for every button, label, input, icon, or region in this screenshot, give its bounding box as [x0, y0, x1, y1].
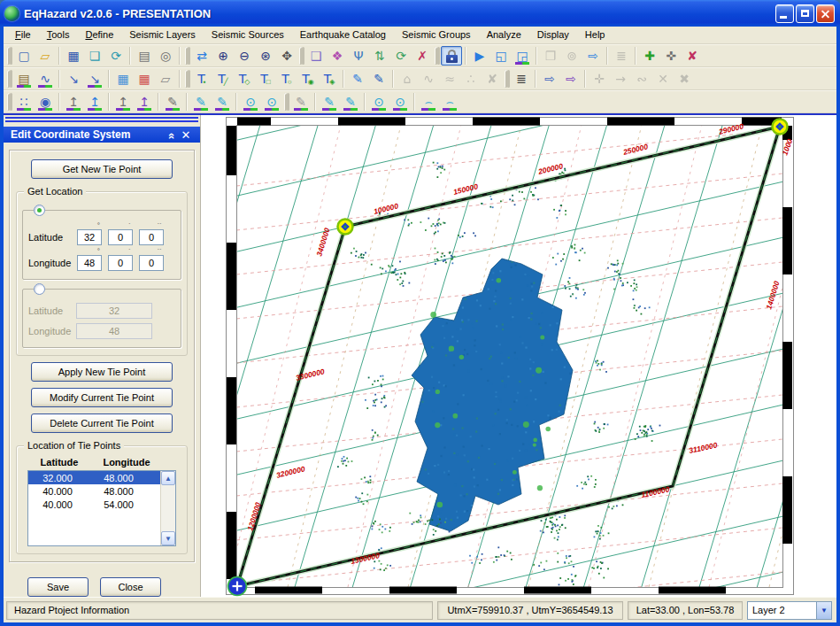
latitude-sec-field[interactable] [139, 229, 164, 245]
annotate-view-a-button[interactable]: ⊙ [240, 92, 261, 112]
modify-current-tie-point-button[interactable]: Modify Current Tie Point [31, 388, 173, 407]
get-new-tie-point-button[interactable]: Get New Tie Point [31, 159, 173, 179]
label-ellipse-tool-button[interactable]: T○ [276, 69, 297, 89]
toolbar-grip[interactable] [185, 70, 188, 88]
publish-report-button[interactable]: ↥ [112, 92, 134, 112]
menu-item-tools[interactable]: Tools [39, 27, 78, 43]
toolbar-grip[interactable] [435, 47, 437, 65]
tie-point-row[interactable]: 40.00054.000 [28, 498, 160, 511]
grid-mesh-points-button[interactable]: ▦ [134, 69, 155, 89]
maximize-button[interactable] [796, 4, 814, 23]
longitude-deg-field[interactable] [77, 255, 102, 271]
annotate-report-alt-button[interactable]: ✎ [290, 92, 312, 112]
toolbar-grip[interactable] [7, 70, 10, 88]
save-button[interactable]: Save [27, 577, 89, 597]
update-layers-button[interactable]: ⟳ [390, 46, 412, 66]
annotate-curve-b-button[interactable]: ✎ [212, 92, 233, 112]
zoom-extent-button[interactable]: ⊛ [255, 46, 276, 66]
event-list-view-button[interactable]: ◉ [35, 92, 56, 112]
menu-item-analyze[interactable]: Analyze [479, 27, 529, 43]
move-source-points-button[interactable]: → [610, 69, 631, 89]
menu-item-display[interactable]: Display [529, 27, 577, 43]
export-map-view-button[interactable]: ↥ [84, 92, 105, 112]
longitude-sec-field[interactable] [139, 255, 164, 271]
publish-map-view-button[interactable]: ↥ [134, 92, 155, 112]
scrollbar[interactable] [160, 471, 175, 545]
reload-layer-button[interactable]: ⟳ [105, 46, 127, 66]
digitize-polyline-button[interactable]: ✎ [368, 69, 389, 89]
toolbar-grip[interactable] [299, 47, 302, 65]
peak-curve-b-button[interactable]: ⌢ [439, 92, 460, 112]
map-area[interactable]: 1000001500002000002500002900001000340000… [201, 115, 836, 597]
toolbar-grip[interactable] [7, 93, 10, 111]
tie-point-marker[interactable] [338, 220, 353, 235]
menu-item-define[interactable]: Define [77, 27, 121, 43]
collapse-panel-icon[interactable]: « [166, 128, 179, 142]
source-legend-button[interactable]: ≣ [511, 69, 532, 89]
print-preview-button[interactable]: ◎ [155, 46, 176, 66]
lock-coordinates-button[interactable] [441, 46, 462, 66]
menu-item-seismic-layers[interactable]: Seismic Layers [121, 27, 204, 43]
scroll-down-icon[interactable] [161, 531, 175, 545]
split-sources-button[interactable]: ✕ [652, 69, 674, 89]
export-sources-button[interactable]: ⇨ [582, 46, 604, 66]
menu-item-help[interactable]: Help [577, 27, 613, 43]
pan-button[interactable]: ✥ [276, 46, 297, 66]
label-polygon-tool-button[interactable]: T◇ [234, 69, 255, 89]
label-rectangle-tool-button[interactable]: T□ [255, 69, 276, 89]
annotate-report-button[interactable]: ✎ [162, 92, 183, 112]
add-layer-button[interactable]: ❑ [305, 46, 327, 66]
layer-selector[interactable]: Layer 2 [747, 601, 832, 620]
toolbar-grip[interactable] [7, 47, 10, 65]
add-source-points-button[interactable]: ✛ [589, 69, 610, 89]
panel-drag-grip[interactable] [5, 117, 198, 124]
peak-curve-a-button[interactable]: ⌢ [418, 92, 439, 112]
delete-points-button[interactable]: ✘ [682, 46, 703, 66]
scenario-export-a-button[interactable]: ⇨ [539, 69, 560, 89]
sort-events-button[interactable]: ∷ [13, 92, 35, 112]
dropdown-arrow-icon[interactable] [816, 602, 831, 619]
annotate-curve-a-button[interactable]: ✎ [190, 92, 212, 112]
longitude-min-field[interactable] [108, 255, 133, 271]
fault-segments-b-button[interactable]: ≈ [439, 69, 460, 89]
delete-source-points-button[interactable]: ✖ [674, 69, 695, 89]
delete-layer-button[interactable]: ✗ [412, 46, 433, 66]
add-points-button[interactable]: ✚ [639, 46, 660, 66]
annotate-curve-d-button[interactable]: ✎ [340, 92, 361, 112]
apply-new-tie-point-button[interactable]: Apply New Tie Point [31, 362, 173, 382]
minimize-button[interactable] [775, 4, 794, 23]
fault-cluster-button[interactable]: ∴ [460, 69, 482, 89]
label-point-tool-button[interactable]: T▪ [191, 69, 212, 89]
hazard-curve-a-button[interactable]: ◱ [490, 46, 512, 66]
scroll-up-icon[interactable] [161, 471, 175, 485]
zoom-in-button[interactable]: ⊕ [212, 46, 234, 66]
grid-mesh-button[interactable]: ▦ [112, 69, 134, 89]
tie-point-row[interactable]: 40.00048.000 [28, 484, 160, 498]
map-view[interactable]: 1000001500002000002500002900001000340000… [201, 115, 835, 597]
digitize-fault-button[interactable]: ✎ [347, 69, 368, 89]
print-button[interactable]: ▤ [134, 46, 155, 66]
close-button[interactable] [816, 4, 835, 23]
annotate-view-d-button[interactable]: ⊙ [389, 92, 411, 112]
annotate-curve-c-button[interactable]: ✎ [319, 92, 340, 112]
copy-sources-button[interactable]: ⊚ [561, 46, 582, 66]
menu-item-seismic-groups[interactable]: Seismic Groups [394, 27, 479, 43]
response-spectrum-button[interactable]: ∿ [35, 69, 56, 89]
transfer-layers-button[interactable]: ⇅ [369, 46, 390, 66]
edit-polygon-grid-button[interactable]: ▱ [155, 69, 176, 89]
soil-profile-button[interactable]: ▤ [13, 69, 35, 89]
merge-sources-button[interactable]: ∾ [631, 69, 652, 89]
layer-symbology-button[interactable]: ❖ [327, 46, 348, 66]
delete-current-tie-point-button[interactable]: Delete Current Tie Point [31, 413, 173, 433]
menu-item-file[interactable]: File [7, 27, 39, 43]
run-analysis-button[interactable]: ▶ [469, 46, 490, 66]
latitude-deg-field[interactable] [77, 229, 102, 245]
scenario-export-b-button[interactable]: ⇨ [560, 69, 582, 89]
save-project-button[interactable]: ▦ [63, 46, 84, 66]
zoom-out-button[interactable]: ⊖ [234, 46, 255, 66]
annotate-view-b-button[interactable]: ⊙ [261, 92, 282, 112]
source-list-button[interactable]: ≣ [611, 46, 632, 66]
toolbar-grip[interactable] [505, 70, 507, 88]
label-circle-arrow-tool-button[interactable]: T◈ [319, 69, 340, 89]
edit-points-button[interactable]: ✜ [660, 46, 682, 66]
